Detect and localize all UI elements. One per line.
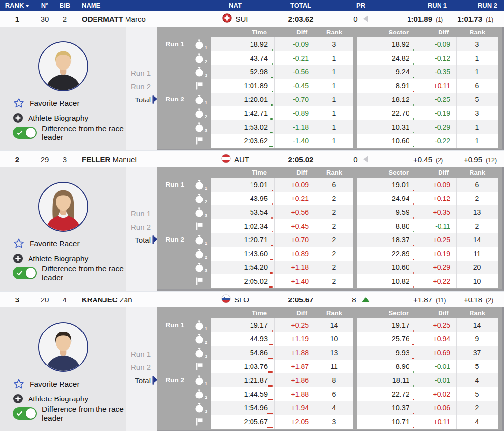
- sector-rank-cell: 1: [457, 120, 498, 134]
- col-total[interactable]: TOTAL: [259, 2, 343, 9]
- tab-run1[interactable]: Run 1: [131, 68, 151, 78]
- racer-name: FELLER Manuel: [75, 155, 212, 164]
- rank-cell: 2: [315, 205, 353, 219]
- racer-detail-panel: Favorite Racer Athlete Biography Differe…: [0, 167, 504, 291]
- sector-row: 1:03.76 +1.87 11 8.90 -0.01 5: [158, 360, 502, 373]
- difference-toggle-row: Difference from the race leader: [13, 407, 126, 420]
- column-gap: [353, 373, 357, 387]
- difference-toggle[interactable]: [13, 267, 37, 279]
- diff-magnitude-bar: [272, 330, 273, 332]
- col-run2[interactable]: RUN 2: [451, 2, 501, 9]
- tab-run1[interactable]: Run 1: [131, 209, 151, 218]
- favorite-racer-button[interactable]: Favorite Racer: [13, 378, 126, 390]
- diff-magnitude-bar: [271, 245, 273, 247]
- sector-value: 10.37: [392, 404, 410, 412]
- racer-summary-row[interactable]: 3 20 4 KRANJEC Zan SLO 2:05.67 8 +1.87 (…: [0, 291, 504, 307]
- column-gap: [353, 106, 357, 120]
- sector-row: 2 44.93 +1.19 10 25.76 +0.94 9: [158, 332, 502, 346]
- sector-row: 2 1:44.59 +1.88 6 22.72 +0.02 5: [158, 387, 502, 401]
- favorite-racer-button[interactable]: Favorite Racer: [13, 237, 126, 250]
- athlete-biography-button[interactable]: Athlete Biography: [13, 112, 126, 124]
- sector-value: 8.91: [396, 82, 410, 90]
- athlete-biography-label: Athlete Biography: [28, 395, 88, 403]
- racer-rank: 2: [0, 155, 34, 164]
- col-rank[interactable]: RANK: [0, 2, 34, 9]
- column-gap: [353, 332, 357, 346]
- time-cell: 43.95: [211, 192, 275, 205]
- sector-row: 2 1:43.60 +0.89 2 22.89 +0.19 11: [158, 247, 502, 261]
- stopwatch-3-icon: 3: [188, 401, 211, 415]
- athlete-biography-button[interactable]: Athlete Biography: [13, 252, 126, 265]
- rank-cell: 3: [315, 415, 353, 429]
- racer-summary-row[interactable]: 2 29 3 FELLER Manuel AUT 2:05.02 0 +0.45…: [0, 150, 504, 167]
- col-bib[interactable]: BIB: [55, 2, 75, 9]
- tab-run2[interactable]: Run 2: [131, 82, 151, 91]
- diff-cell: +1.18: [275, 261, 315, 274]
- racer-name: ODERMATT Marco: [75, 15, 212, 23]
- stopwatch-2-icon: 2: [188, 51, 211, 65]
- difference-toggle[interactable]: [13, 407, 37, 420]
- favorite-racer-button[interactable]: Favorite Racer: [13, 97, 126, 109]
- col-run1[interactable]: RUN 1: [379, 2, 451, 9]
- sector-cell: 18.92: [357, 37, 416, 51]
- sector-diff-magnitude-bar: [413, 371, 414, 373]
- plus-icon: [13, 113, 23, 123]
- racer-given-name: Marco: [125, 15, 146, 23]
- diff-magnitude-bar: [272, 231, 273, 233]
- diff-cell: -0.45: [275, 79, 315, 93]
- run2-time: +0.18: [464, 296, 482, 304]
- sector-cell: 18.12: [357, 93, 416, 106]
- time-value: 1:01.89: [244, 82, 268, 90]
- sector-row: Run 1 1 18.92 -0.09 3 18.92 -0.09 3: [158, 37, 502, 51]
- time-value: 1:20.01: [244, 96, 268, 103]
- difference-toggle-row: Difference from the race leader: [13, 267, 126, 279]
- sector-diff-cell: -0.11: [416, 219, 457, 233]
- diff-magnitude-bar: [270, 272, 273, 274]
- time-value: 19.01: [250, 181, 268, 189]
- time-cell: 2:05.02: [211, 274, 275, 288]
- tab-total[interactable]: Total: [135, 95, 151, 104]
- tab-run2[interactable]: Run 2: [131, 222, 151, 232]
- toggle-knob: [26, 408, 36, 419]
- sector-diff-magnitude-bar: [413, 286, 414, 288]
- tab-run2[interactable]: Run 2: [131, 363, 151, 372]
- time-cell: 18.92: [211, 37, 275, 51]
- run2-rank: (12): [486, 157, 498, 164]
- col-number[interactable]: N°: [34, 2, 55, 9]
- run-selector: Run 1 Run 2 Total: [126, 307, 158, 431]
- sector-row: Run 1 1 19.17 +0.25 14 19.17 +0.25 14: [158, 318, 502, 332]
- diff-cell: +1.40: [275, 274, 315, 288]
- difference-toggle[interactable]: [13, 127, 37, 139]
- col-nat[interactable]: NAT: [212, 2, 259, 9]
- sector-diff-magnitude-bar: [413, 190, 414, 192]
- racer-summary-row[interactable]: 1 30 2 ODERMATT Marco SUI 2:03.62 0 1:01…: [0, 11, 504, 27]
- diff-cell: +1.88: [275, 387, 315, 401]
- sector-row: 2:03.62 -1.40 1 10.60 -0.22 1: [158, 134, 502, 148]
- difference-toggle-label: Difference from the race leader: [42, 124, 126, 142]
- favorite-racer-label: Favorite Racer: [30, 239, 80, 248]
- col-name[interactable]: NAME: [75, 2, 212, 9]
- sector-cell: 22.72: [357, 387, 416, 401]
- col-rank-label: Rank: [315, 169, 353, 176]
- column-gap: [353, 120, 357, 134]
- toggle-knob: [26, 128, 36, 138]
- plus-icon: [13, 253, 23, 264]
- favorite-racer-label: Favorite Racer: [30, 99, 80, 108]
- col-sector-diff-label: Diff: [416, 309, 457, 317]
- finish-flag-icon: [188, 415, 211, 429]
- sector-row: 3 1:53.02 -1.18 1 10.31 -0.29 1: [158, 120, 502, 134]
- sector-diff-magnitude-bar: [412, 344, 414, 346]
- tab-run1[interactable]: Run 1: [131, 349, 151, 359]
- athlete-biography-button[interactable]: Athlete Biography: [13, 393, 126, 405]
- star-icon: [13, 238, 25, 249]
- tab-total[interactable]: Total: [135, 376, 151, 385]
- time-cell: 1:02.34: [211, 219, 275, 233]
- sector-rows: Run 1 1 19.01 +0.09 6 19.01 +0.09 6 2 43…: [158, 178, 502, 288]
- diff-cell: +2.05: [275, 415, 315, 429]
- tab-total[interactable]: Total: [135, 235, 151, 245]
- time-value: 1:42.71: [244, 109, 268, 117]
- racer-total-time: 2:05.02: [259, 155, 343, 164]
- col-pr[interactable]: PR: [343, 2, 379, 9]
- sector-value: 18.37: [392, 236, 410, 244]
- racer-info-panel: Favorite Racer Athlete Biography Differe…: [0, 167, 126, 291]
